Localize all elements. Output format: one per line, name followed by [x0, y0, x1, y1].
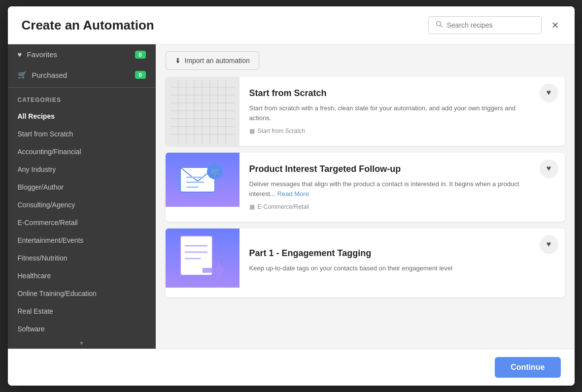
main-content: ⬇ Import an automation — [156, 44, 575, 349]
category-real-estate[interactable]: Real Estate — [8, 302, 156, 320]
close-button[interactable]: × — [549, 17, 560, 33]
main-toolbar: ⬇ Import an automation — [156, 44, 575, 77]
import-label: Import an automation — [185, 57, 250, 65]
recipe-card-product: 🛒 Product Interest Targeted Follow-up De… — [166, 153, 565, 222]
recipe-title-engagement: Part 1 - Engagement Tagging — [249, 248, 523, 259]
category-software[interactable]: Software — [8, 320, 156, 338]
modal-body: ♥ Favorites 0 🛒 Purchased 0 CATEGORIES A… — [8, 44, 575, 349]
favorites-badge: 0 — [135, 51, 146, 59]
favorites-label: Favorites — [27, 50, 57, 59]
svg-text:🛒: 🛒 — [210, 168, 219, 176]
modal-header: Create an Automation × — [8, 6, 575, 44]
recipe-desc-scratch: Start from scratch with a fresh, clean s… — [249, 103, 523, 123]
category-all-recipes[interactable]: All Recipes — [8, 107, 156, 125]
recipe-card-engagement: Part 1 - Engagement Tagging Keep up-to-d… — [166, 229, 565, 297]
engagement-svg — [175, 233, 230, 283]
category-online-training-education[interactable]: Online Training/Education — [8, 285, 156, 302]
favorite-button-engagement[interactable]: ♥ — [540, 235, 558, 253]
sidebar-item-purchased[interactable]: 🛒 Purchased 0 — [8, 65, 156, 85]
category-any-industry[interactable]: Any Industry — [8, 161, 156, 178]
recipe-tag-scratch: ▦ Start from Scratch — [249, 128, 523, 134]
read-more-product[interactable]: Read More — [277, 190, 309, 197]
category-accounting-financial[interactable]: Accounting/Financial — [8, 143, 156, 161]
recipe-title-scratch: Start from Scratch — [249, 88, 523, 98]
recipe-info-product: Product Interest Targeted Follow-up Deli… — [240, 153, 533, 222]
recipe-title-product: Product Interest Targeted Follow-up — [249, 164, 523, 174]
search-input[interactable] — [446, 21, 534, 29]
heart-icon: ♥ — [18, 50, 22, 59]
recipe-desc-engagement: Keep up-to-date tags on your contacts ba… — [249, 263, 523, 273]
tag-icon-product: ▦ — [249, 203, 255, 210]
sidebar: ♥ Favorites 0 🛒 Purchased 0 CATEGORIES A… — [8, 44, 156, 349]
cart-icon: 🛒 — [18, 70, 27, 79]
sidebar-divider — [8, 87, 156, 88]
recipe-favorite-product: ♥ — [533, 153, 565, 222]
recipe-image-scratch — [166, 77, 240, 146]
recipe-desc-product: Deliver messages that align with the pro… — [249, 179, 523, 198]
recipe-favorite-engagement: ♥ — [533, 229, 565, 297]
recipe-image-product: 🛒 — [166, 153, 240, 207]
tag-label-product: E-Commerce/Retail — [258, 203, 309, 210]
header-right: × — [428, 16, 560, 34]
category-entertainment-events[interactable]: Entertainment/Events — [8, 231, 156, 249]
category-e-commerce-retail[interactable]: E-Commerce/Retail — [8, 214, 156, 231]
favorite-button-product[interactable]: ♥ — [540, 160, 558, 177]
search-box — [428, 16, 542, 34]
automation-modal: Create an Automation × — [8, 6, 575, 386]
favorite-button-scratch[interactable]: ♥ — [540, 84, 558, 101]
category-fitness-nutrition[interactable]: Fitness/Nutrition — [8, 249, 156, 267]
download-icon: ⬇ — [175, 57, 181, 65]
import-automation-button[interactable]: ⬇ Import an automation — [166, 51, 259, 70]
tag-icon-scratch: ▦ — [249, 128, 255, 134]
modal-footer: Continue — [8, 349, 575, 386]
modal-backdrop: Create an Automation × — [0, 0, 582, 392]
categories-label: CATEGORIES — [8, 90, 156, 107]
recipe-info-engagement: Part 1 - Engagement Tagging Keep up-to-d… — [240, 229, 533, 297]
tag-label-scratch: Start from Scratch — [258, 128, 306, 134]
scroll-indicator-bottom: ▼ — [8, 338, 156, 349]
recipe-favorite-scratch: ♥ — [533, 77, 565, 146]
recipe-card-scratch: Start from Scratch Start from scratch wi… — [166, 77, 565, 146]
svg-line-1 — [441, 26, 443, 28]
purchased-badge: 0 — [135, 71, 146, 79]
sidebar-item-favorites[interactable]: ♥ Favorites 0 — [8, 44, 156, 65]
scratch-grid-svg — [171, 79, 235, 143]
modal-title: Create an Automation — [22, 18, 154, 33]
category-blogger-author[interactable]: Blogger/Author — [8, 178, 156, 196]
category-start-from-scratch[interactable]: Start from Scratch — [8, 125, 156, 143]
purchased-label: Purchased — [32, 71, 68, 79]
recipe-tag-product: ▦ E-Commerce/Retail — [249, 203, 523, 210]
recipes-list: Start from Scratch Start from scratch wi… — [156, 77, 575, 349]
recipe-image-engagement — [166, 229, 240, 288]
category-consulting-agency[interactable]: Consulting/Agency — [8, 196, 156, 214]
svg-rect-2 — [171, 79, 235, 143]
recipe-info-scratch: Start from Scratch Start from scratch wi… — [240, 77, 533, 146]
envelope-svg: 🛒 — [178, 158, 227, 202]
search-icon — [436, 21, 443, 30]
category-healthcare[interactable]: Healthcare — [8, 267, 156, 285]
continue-button[interactable]: Continue — [495, 357, 560, 378]
